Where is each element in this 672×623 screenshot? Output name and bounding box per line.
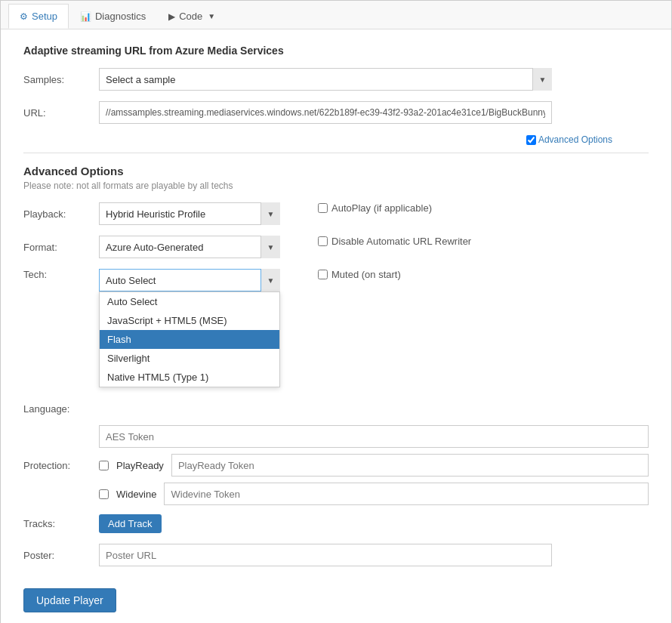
autoplay-label: AutoPlay (if applicable) bbox=[331, 202, 432, 214]
advanced-section-title: Advanced Options bbox=[23, 165, 649, 177]
muted-checkbox-group: Muted (on start) bbox=[318, 269, 401, 280]
format-select[interactable]: Azure Auto-Generated DASH HLS Smooth Str… bbox=[99, 236, 280, 258]
tech-option-html5[interactable]: JavaScript + HTML5 (MSE) bbox=[100, 311, 279, 330]
url-input[interactable] bbox=[99, 101, 552, 124]
samples-select-wrapper: Select a sample ▼ bbox=[99, 68, 552, 91]
update-player-button[interactable]: Update Player bbox=[23, 588, 116, 612]
playready-label: PlayReady bbox=[116, 460, 164, 471]
add-track-button[interactable]: Add Track bbox=[99, 514, 162, 533]
playready-checkbox[interactable] bbox=[99, 461, 109, 470]
tech-selected-value: Auto Select bbox=[106, 275, 156, 286]
tech-label: Tech: bbox=[23, 269, 99, 280]
aes-token-input[interactable] bbox=[99, 425, 649, 448]
main-content: Adaptive streaming URL from Azure Media … bbox=[1, 29, 671, 623]
format-label: Format: bbox=[23, 242, 99, 253]
format-right: Disable Automatic URL Rewriter bbox=[310, 236, 649, 247]
language-row: Language: bbox=[23, 403, 649, 415]
playback-right: AutoPlay (if applicable) bbox=[310, 202, 649, 214]
tab-setup[interactable]: ⚙ Setup bbox=[8, 4, 69, 29]
samples-select[interactable]: Select a sample bbox=[99, 68, 552, 91]
playback-select-wrapper: Hybrid Heuristic Profile Low Latency Heu… bbox=[99, 202, 280, 225]
code-icon: ▶ bbox=[168, 11, 175, 22]
tech-option-auto-select[interactable]: Auto Select bbox=[100, 292, 279, 311]
aes-row bbox=[99, 425, 649, 448]
url-label: URL: bbox=[23, 107, 99, 119]
disable-rewriter-label: Disable Automatic URL Rewriter bbox=[331, 236, 471, 247]
tab-diagnostics[interactable]: 📊 Diagnostics bbox=[69, 4, 157, 29]
advanced-options-check-label: Advanced Options bbox=[538, 134, 612, 145]
muted-checkbox[interactable] bbox=[318, 270, 328, 279]
tech-dropdown-container: Auto Select ▼ Auto Select JavaScript + H… bbox=[99, 269, 280, 291]
tracks-row: Tracks: Add Track bbox=[23, 514, 649, 533]
advanced-options-note: Please note: not all formats are playabl… bbox=[23, 180, 649, 191]
poster-label: Poster: bbox=[23, 550, 99, 561]
tab-code[interactable]: ▶ Code ▼ bbox=[157, 4, 227, 29]
tech-option-native-html5[interactable]: Native HTML5 (Type 1) bbox=[100, 368, 279, 387]
widevine-row: Widevine bbox=[99, 483, 649, 505]
setup-icon: ⚙ bbox=[20, 11, 28, 22]
divider bbox=[23, 153, 649, 153]
diagnostics-icon: 📊 bbox=[80, 11, 91, 22]
disable-rewriter-checkbox[interactable] bbox=[318, 236, 328, 246]
widevine-checkbox[interactable] bbox=[99, 489, 109, 499]
poster-row: Poster: bbox=[23, 544, 649, 566]
widevine-token-input[interactable] bbox=[164, 483, 649, 505]
playback-left: Playback: Hybrid Heuristic Profile Low L… bbox=[23, 202, 310, 225]
tab-diagnostics-label: Diagnostics bbox=[95, 11, 146, 22]
playback-select[interactable]: Hybrid Heuristic Profile Low Latency Heu… bbox=[99, 202, 280, 225]
tech-select-wrapper: Auto Select ▼ bbox=[99, 269, 280, 291]
samples-label: Samples: bbox=[23, 74, 99, 85]
poster-url-input[interactable] bbox=[99, 544, 552, 566]
tech-row: Tech: Auto Select ▼ Auto Select JavaScr bbox=[23, 269, 649, 291]
samples-row: Samples: Select a sample ▼ bbox=[23, 68, 649, 91]
protection-content: PlayReady Widevine bbox=[99, 425, 649, 505]
language-label: Language: bbox=[23, 403, 99, 415]
tabs-bar: ⚙ Setup 📊 Diagnostics ▶ Code ▼ bbox=[1, 1, 671, 29]
muted-label: Muted (on start) bbox=[331, 269, 401, 280]
playready-token-input[interactable] bbox=[171, 454, 649, 477]
tech-right: Muted (on start) bbox=[310, 269, 649, 280]
protection-label: Protection: bbox=[23, 460, 99, 471]
advanced-options-checkbox[interactable] bbox=[526, 135, 536, 145]
autoplay-checkbox[interactable] bbox=[318, 203, 328, 213]
playback-label: Playback: bbox=[23, 208, 99, 220]
format-row: Format: Azure Auto-Generated DASH HLS Sm… bbox=[23, 236, 649, 258]
url-row: URL: bbox=[23, 101, 649, 124]
tab-code-label: Code bbox=[179, 11, 202, 22]
disable-rewriter-checkbox-group: Disable Automatic URL Rewriter bbox=[318, 236, 471, 247]
format-left: Format: Azure Auto-Generated DASH HLS Sm… bbox=[23, 236, 310, 258]
tech-dropdown-list: Auto Select JavaScript + HTML5 (MSE) Fla… bbox=[99, 291, 280, 387]
tech-select-display[interactable]: Auto Select bbox=[99, 269, 280, 291]
tech-option-flash[interactable]: Flash bbox=[100, 330, 279, 349]
tab-setup-label: Setup bbox=[32, 11, 57, 22]
widevine-label: Widevine bbox=[116, 489, 156, 500]
playready-row: PlayReady bbox=[99, 454, 649, 477]
tech-option-silverlight[interactable]: Silverlight bbox=[100, 349, 279, 368]
protection-row: Protection: PlayReady Widevine bbox=[23, 425, 649, 505]
advanced-options-check-row: Advanced Options bbox=[23, 134, 612, 145]
tracks-label: Tracks: bbox=[23, 518, 99, 529]
tech-left: Tech: Auto Select ▼ Auto Select JavaScr bbox=[23, 269, 310, 291]
chevron-down-icon: ▼ bbox=[208, 12, 215, 20]
playback-row: Playback: Hybrid Heuristic Profile Low L… bbox=[23, 202, 649, 225]
page-title: Adaptive streaming URL from Azure Media … bbox=[23, 45, 649, 57]
format-select-wrapper: Azure Auto-Generated DASH HLS Smooth Str… bbox=[99, 236, 280, 258]
autoplay-checkbox-group: AutoPlay (if applicable) bbox=[318, 202, 432, 214]
